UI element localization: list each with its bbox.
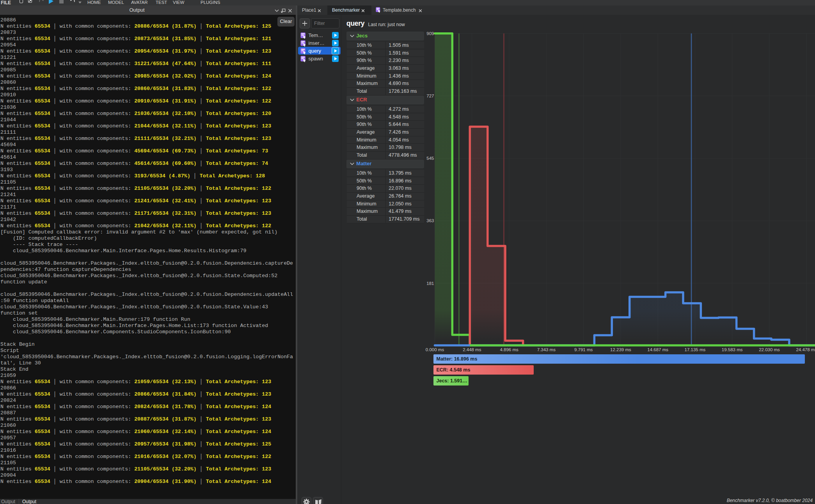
svg-text:363: 363 bbox=[426, 218, 434, 223]
svg-text:14.687 ms: 14.687 ms bbox=[647, 347, 668, 352]
svg-text:24.478 ms: 24.478 ms bbox=[796, 347, 815, 352]
svg-text:181: 181 bbox=[426, 281, 434, 286]
svg-text:7.343 ms: 7.343 ms bbox=[537, 347, 556, 352]
svg-text:17.135 ms: 17.135 ms bbox=[685, 347, 706, 352]
svg-text:12.239 ms: 12.239 ms bbox=[610, 347, 631, 352]
svg-text:22.030 ms: 22.030 ms bbox=[759, 347, 780, 352]
svg-text:19.583 ms: 19.583 ms bbox=[722, 347, 743, 352]
svg-text:909: 909 bbox=[426, 31, 434, 36]
svg-text:727: 727 bbox=[426, 94, 434, 98]
svg-text:545: 545 bbox=[426, 156, 434, 161]
svg-text:0.000 ms: 0.000 ms bbox=[426, 347, 444, 352]
svg-text:2.448 ms: 2.448 ms bbox=[463, 347, 481, 352]
svg-text:4.896 ms: 4.896 ms bbox=[500, 347, 518, 352]
svg-text:9.791 ms: 9.791 ms bbox=[574, 347, 593, 352]
